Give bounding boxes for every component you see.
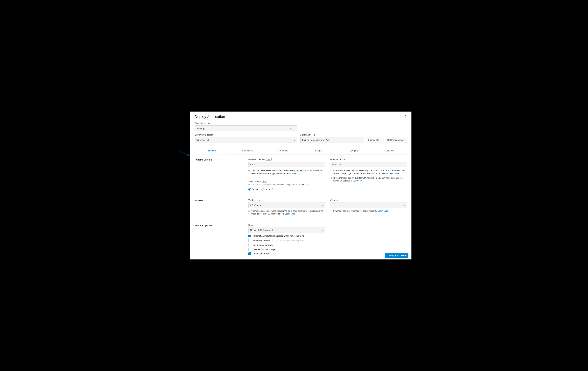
tab-insight[interactable]: Insight [301, 147, 336, 154]
radio-unchecked-icon [262, 188, 264, 191]
info-icon: ⓘ [248, 210, 250, 213]
app-name-input[interactable]: test-app4 ✓ [195, 125, 297, 131]
tab-runtime[interactable]: Runtime [195, 147, 230, 154]
chevron-down-icon: ⌄ [403, 204, 405, 206]
release-channel-select[interactable]: Edge ⌄ [248, 162, 326, 167]
radio-java17[interactable]: Java 17 [262, 188, 273, 191]
svg-rect-1 [330, 178, 330, 179]
deploy-target-label: Deployment Target [195, 134, 297, 136]
release-channel-label: Release Channel [248, 158, 265, 161]
learn-more-link[interactable]: Learn More [285, 213, 295, 215]
chart-icon [330, 177, 332, 180]
region-label: Region [248, 224, 255, 226]
region-select[interactable]: US West (N. California) ⌄ [248, 227, 326, 233]
section-runtime-version: Runtime version [195, 158, 248, 191]
new-badge: New [262, 180, 267, 183]
checkbox-disable-logs[interactable] [248, 248, 251, 251]
tab-properties[interactable]: Properties [265, 147, 301, 154]
workers-count-label: Workers [330, 199, 338, 201]
learn-more-link[interactable]: Learn more [389, 172, 399, 175]
learn-more-link[interactable]: Learn more [286, 172, 296, 175]
checkbox-secure-gateway[interactable] [248, 244, 251, 246]
warning-icon: ⚠ [330, 210, 332, 213]
svg-line-0 [177, 150, 190, 156]
info-icon: ⓘ [248, 169, 250, 172]
chevron-down-icon: ⌄ [403, 164, 405, 166]
chevron-down-icon: ⌄ [294, 139, 295, 141]
get-from-sandbox-button[interactable]: Get from sandbox [385, 137, 407, 143]
valid-check-icon: ✓ [290, 127, 292, 130]
radio-java8[interactable]: Java 8 [248, 188, 258, 191]
section-workers: Workers [195, 199, 248, 216]
cloud-icon [197, 139, 199, 141]
app-file-label: Application File [300, 134, 407, 136]
java-version-label: Java version [248, 180, 261, 183]
runtime-version-label: Runtime version [330, 158, 346, 161]
checkbox-persistent-queues[interactable] [248, 239, 251, 242]
runtime-version-select[interactable]: 4.6.0:37e ⌄ [330, 162, 407, 167]
info-icon: ⓘ [330, 169, 332, 172]
worker-size-select[interactable]: 0.1 vCores ⌄ [248, 202, 326, 208]
checkbox-auto-restart[interactable] [248, 235, 251, 237]
choose-file-button[interactable]: Choose file [366, 137, 383, 143]
workers-count-select[interactable]: 1 ⌄ [330, 202, 407, 208]
tab-logging[interactable]: Logging [336, 147, 371, 154]
section-runtime-options: Runtime options [195, 224, 248, 255]
page-title: Deploy Application [195, 114, 225, 119]
chevron-down-icon: ⌄ [322, 204, 324, 206]
tab-autoscaling[interactable]: Autoscaling [230, 147, 265, 154]
learn-how-link[interactable]: Learn how [353, 180, 362, 182]
worker-size-label: Worker size [248, 199, 260, 201]
app-file-input[interactable]: training4-american-ws-v2.jar [300, 137, 364, 143]
deploy-application-button[interactable]: Deploy Application [385, 253, 409, 258]
svg-rect-3 [331, 177, 332, 179]
checkbox-object-store[interactable] [248, 252, 251, 255]
tab-static-ips[interactable]: Static IPs [371, 147, 407, 154]
radio-checked-icon [248, 188, 251, 191]
svg-rect-2 [331, 177, 331, 179]
learn-more-link[interactable]: Learn more [297, 184, 308, 186]
deploy-target-select[interactable]: CloudHub ⌄ [195, 137, 297, 143]
new-badge: New [266, 158, 272, 161]
tabs: Runtime Autoscaling Properties Insight L… [195, 147, 407, 155]
learn-more-link[interactable]: Learn More [378, 210, 388, 212]
chevron-down-icon: ⌄ [322, 164, 324, 166]
checkbox-encrypt-queues [275, 239, 278, 242]
chevron-down-icon: ⌄ [322, 229, 324, 231]
app-name-label: Application Name [195, 122, 297, 124]
bell-icon[interactable] [404, 115, 407, 119]
